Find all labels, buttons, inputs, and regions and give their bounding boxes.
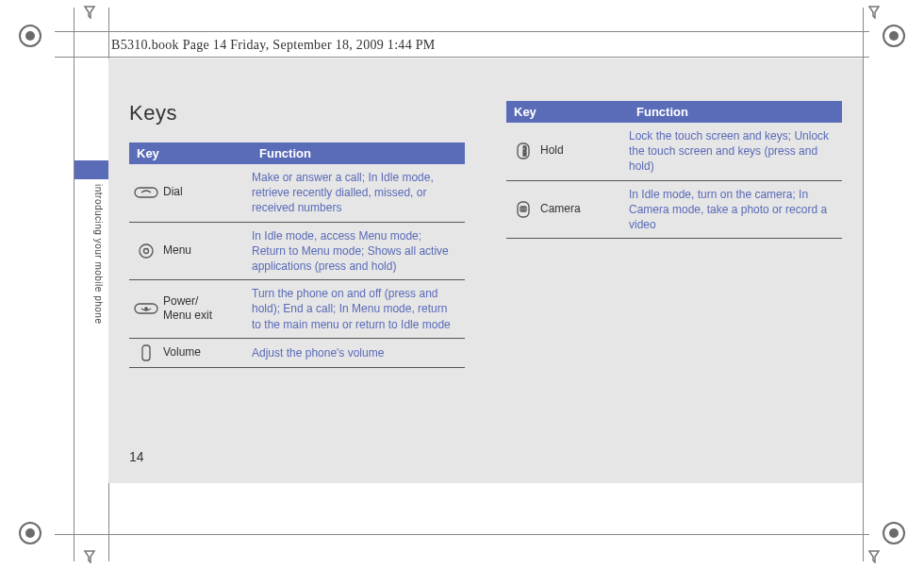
left-column: Keys Key Function Dial Make or answer a … (129, 101, 465, 368)
key-name: Volume (163, 345, 252, 360)
table-header: Key Function (506, 101, 842, 123)
key-function: In Idle mode, turn on the camera; In Cam… (629, 187, 834, 233)
funnel-icon (83, 550, 96, 563)
svg-point-4 (145, 308, 147, 310)
dial-key-icon (129, 184, 163, 201)
section-heading: Keys (129, 101, 465, 126)
th-function: Function (259, 146, 457, 160)
crop-mark-icon (883, 522, 905, 544)
crop-line (55, 31, 869, 32)
key-function: Adjust the phone's volume (252, 345, 457, 360)
key-name: Power/ Menu exit (163, 294, 252, 324)
menu-key-icon (129, 243, 163, 259)
table-row: Camera In Idle mode, turn on the camera;… (506, 181, 842, 240)
table-row: Power/ Menu exit Turn the phone on and o… (129, 280, 465, 339)
th-key: Key (137, 146, 259, 160)
camera-key-icon (506, 201, 540, 218)
power-key-icon (129, 300, 163, 317)
key-function: Lock the touch screen and keys; Unlock t… (629, 128, 834, 175)
key-function: In Idle mode, access Menu mode; Return t… (252, 228, 457, 275)
crop-mark-icon (19, 522, 41, 544)
crop-line (863, 8, 864, 561)
key-function: Make or answer a call; In Idle mode, ret… (252, 170, 457, 216)
svg-text:HOLD: HOLD (522, 146, 527, 157)
funnel-icon (867, 550, 881, 563)
crop-line (55, 534, 869, 535)
svg-rect-5 (142, 345, 150, 360)
crop-mark-icon (19, 25, 41, 47)
page-number: 14 (129, 449, 144, 464)
document-header-note: B5310.book Page 14 Friday, September 18,… (111, 38, 436, 53)
funnel-icon (83, 6, 96, 19)
side-running-head: introducing your mobile phone (93, 184, 104, 324)
th-function: Function (636, 105, 834, 119)
right-column: Key Function HOLD Hold Lock the touch sc… (506, 101, 842, 368)
crop-mark-icon (883, 25, 905, 47)
table-row: Volume Adjust the phone's volume (129, 339, 465, 368)
table-row: Menu In Idle mode, access Menu mode; Ret… (129, 223, 465, 281)
hold-key-icon: HOLD (506, 142, 540, 159)
svg-rect-10 (518, 202, 529, 217)
crop-line (74, 8, 74, 561)
crop-line (55, 57, 869, 58)
svg-rect-0 (135, 188, 157, 197)
funnel-icon (867, 6, 881, 19)
volume-key-icon (129, 344, 163, 361)
svg-point-2 (144, 248, 149, 253)
key-name: Menu (163, 243, 252, 259)
svg-point-1 (140, 244, 153, 258)
key-name: Hold (540, 143, 629, 159)
th-key: Key (514, 105, 636, 119)
key-function: Turn the phone on and off (press and hol… (252, 286, 457, 332)
table-row: HOLD Hold Lock the touch screen and keys… (506, 123, 842, 181)
table-row: Dial Make or answer a call; In Idle mode… (129, 164, 465, 223)
svg-point-12 (522, 208, 525, 210)
table-header: Key Function (129, 142, 465, 164)
thumb-tab (74, 160, 108, 179)
key-name: Dial (163, 185, 252, 200)
page-body: 14 Keys Key Function Dial Make or answer… (108, 59, 863, 483)
key-name: Camera (540, 202, 629, 217)
